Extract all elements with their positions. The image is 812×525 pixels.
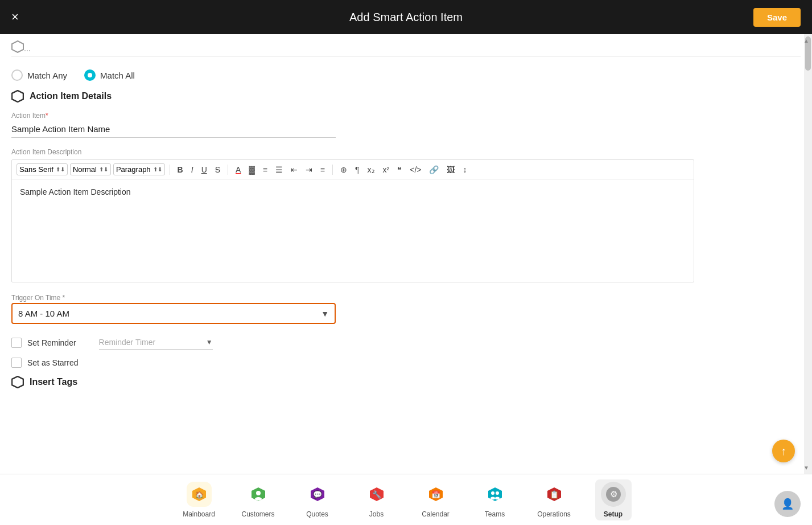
modal-header: × Add Smart Action Item Save (0, 0, 812, 34)
partial-top-text: ... (24, 44, 31, 53)
avatar-initials: 👤 (781, 498, 794, 510)
font-family-select[interactable]: Sans Serif ⬆⬇ (17, 163, 68, 175)
svg-point-18 (495, 497, 500, 499)
section-hex-icon (11, 90, 24, 102)
section-heading-text: Action Item Details (30, 91, 112, 101)
special-char-button[interactable]: ⊕ (337, 165, 350, 175)
reminder-timer-placeholder: Reminder Timer (99, 338, 156, 347)
strikethrough-button[interactable]: S (212, 165, 223, 175)
paragraph-select[interactable]: Paragraph ⬆⬇ (113, 163, 165, 175)
nav-label-calendar: Calendar (422, 510, 450, 518)
main-content: ... Match Any Match All Action Item Deta… (0, 34, 812, 474)
nav-label-jobs: Jobs (369, 510, 384, 518)
nav-item-operations[interactable]: 📋 Operations (536, 482, 572, 518)
italic-button[interactable]: I (188, 165, 196, 175)
trigger-time-value: 8 AM - 10 AM (18, 309, 69, 318)
toolbar-divider-3 (332, 165, 333, 175)
insert-tags-hex-icon (11, 376, 24, 388)
nav-item-mainboard[interactable]: 🏠 Mainboard (181, 482, 217, 518)
svg-text:🏠: 🏠 (195, 490, 203, 499)
superscript-button[interactable]: x² (380, 165, 393, 175)
match-any-radio[interactable] (11, 69, 23, 81)
nav-label-customers: Customers (241, 510, 274, 518)
reminder-timer-select[interactable]: Reminder Timer ▼ (99, 335, 213, 350)
nav-label-quotes: Quotes (306, 510, 328, 518)
modal-title: Add Smart Action Item (349, 11, 463, 24)
match-all-radio[interactable] (84, 69, 96, 81)
paragraph-mark-button[interactable]: ¶ (352, 165, 362, 175)
subscript-button[interactable]: x₂ (365, 165, 378, 175)
link-button[interactable]: 🔗 (426, 165, 442, 175)
editor-content-area[interactable]: Sample Action Item Description (12, 179, 694, 282)
svg-point-17 (491, 497, 495, 499)
scroll-to-top-button[interactable]: ↑ (772, 440, 795, 462)
font-size-select[interactable]: Normal ⬆⬇ (70, 163, 111, 175)
underline-button[interactable]: U (199, 165, 210, 175)
setup-icon: ⚙ (601, 482, 626, 507)
insert-tags-heading: Insert Tags (11, 376, 801, 388)
highlight-button[interactable]: ▓ (246, 165, 257, 175)
set-reminder-row: Set Reminder Reminder Timer ▼ (11, 335, 801, 350)
font-family-value: Sans Serif (19, 165, 53, 174)
nav-item-calendar[interactable]: 📅 Calendar (418, 482, 454, 518)
svg-marker-2 (12, 376, 23, 388)
editor-toolbar: Sans Serif ⬆⬇ Normal ⬆⬇ Paragraph ⬆⬇ B I… (12, 160, 694, 179)
svg-marker-0 (12, 41, 23, 52)
quote-button[interactable]: ❝ (394, 165, 405, 175)
action-item-field-label: Action Item* (11, 112, 801, 120)
teams-icon (483, 482, 508, 507)
svg-text:⚙: ⚙ (609, 489, 617, 499)
set-starred-row: Set as Starred (11, 358, 801, 368)
nav-item-quotes[interactable]: 💬 Quotes (299, 482, 336, 518)
insert-tags-text: Insert Tags (30, 377, 77, 387)
nav-label-teams: Teams (485, 510, 505, 518)
match-all-label: Match All (100, 71, 135, 80)
save-button[interactable]: Save (753, 8, 801, 27)
action-item-details-heading: Action Item Details (11, 90, 801, 102)
justify-button[interactable]: ≡ (318, 165, 328, 175)
match-any-label: Match Any (27, 71, 67, 80)
svg-point-7 (255, 497, 262, 501)
svg-point-6 (256, 491, 261, 495)
nav-item-jobs[interactable]: 🔧 Jobs (358, 482, 395, 518)
trigger-chevron-icon: ▼ (321, 309, 329, 318)
match-all-option[interactable]: Match All (84, 69, 135, 81)
close-button[interactable]: × (11, 10, 19, 24)
calendar-icon: 📅 (423, 482, 448, 507)
svg-text:📋: 📋 (550, 490, 559, 499)
svg-marker-14 (488, 487, 502, 501)
partial-hex-icon (11, 40, 24, 53)
scrollbar[interactable] (804, 34, 812, 491)
indent-decrease-button[interactable]: ⇤ (288, 165, 300, 175)
code-button[interactable]: </> (407, 165, 424, 175)
indent-increase-button[interactable]: ⇥ (303, 165, 315, 175)
nav-item-setup[interactable]: ⚙ Setup (595, 479, 632, 520)
paragraph-arrows: ⬆⬇ (153, 166, 162, 173)
nav-label-setup: Setup (604, 510, 623, 518)
bold-button[interactable]: B (175, 165, 186, 175)
source-button[interactable]: ↕ (460, 165, 469, 175)
trigger-field-label: Trigger On Time * (11, 294, 801, 302)
trigger-time-select[interactable]: 8 AM - 10 AM ▼ (11, 303, 336, 324)
nav-item-customers[interactable]: Customers (240, 482, 277, 518)
scroll-down-arrow[interactable]: ▼ (802, 464, 810, 471)
user-avatar[interactable]: 👤 (774, 491, 801, 517)
action-item-input[interactable] (11, 122, 336, 138)
set-starred-checkbox[interactable] (11, 358, 22, 368)
set-starred-label: Set as Starred (27, 358, 79, 367)
nav-item-teams[interactable]: Teams (477, 482, 513, 518)
font-size-arrows: ⬆⬇ (99, 166, 108, 173)
set-reminder-checkbox[interactable] (11, 338, 22, 348)
align-center-button[interactable]: ☰ (273, 165, 286, 175)
svg-text:🔧: 🔧 (372, 490, 382, 499)
scroll-up-arrow[interactable]: ▲ (802, 36, 810, 44)
bottom-navigation: 🏠 Mainboard Customers 💬 Quotes (0, 474, 812, 525)
align-left-button[interactable]: ≡ (260, 165, 270, 175)
image-button[interactable]: 🖼 (444, 165, 457, 175)
customers-icon (246, 482, 271, 507)
editor-text: Sample Action Item Description (20, 187, 131, 196)
match-any-option[interactable]: Match Any (11, 69, 67, 81)
font-color-button[interactable]: A (233, 165, 244, 175)
set-reminder-label: Set Reminder (27, 338, 76, 347)
toolbar-divider-2 (228, 165, 228, 175)
